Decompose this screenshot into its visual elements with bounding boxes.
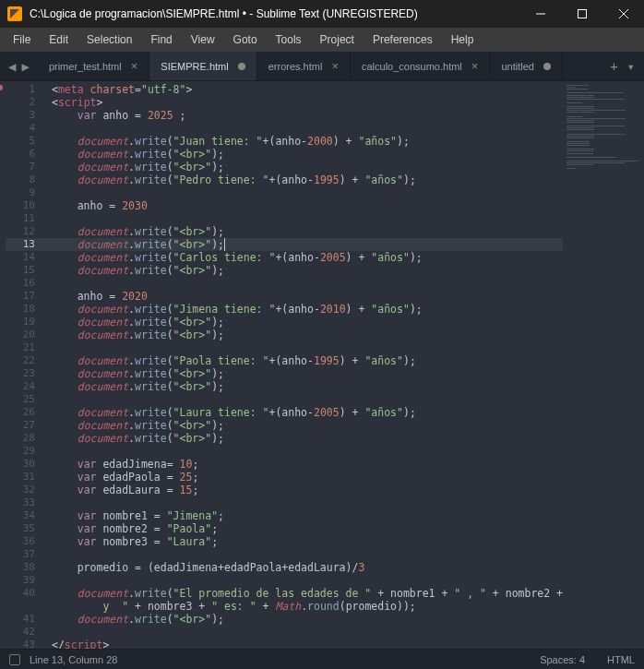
code-line[interactable]: var edadPaola = 25; (52, 471, 563, 484)
code-line[interactable]: document.write("<br>"); (52, 161, 563, 173)
tab[interactable]: primer_test.html× (38, 52, 149, 80)
line-number[interactable]: 19 (6, 316, 52, 329)
maximize-button[interactable] (561, 0, 602, 28)
menu-item-tools[interactable]: Tools (267, 30, 311, 50)
line-number[interactable]: 38 (6, 561, 52, 574)
line-number[interactable]: 25 (6, 393, 52, 406)
line-number[interactable]: 27 (6, 419, 52, 432)
line-number[interactable]: 29 (6, 445, 52, 458)
menu-item-help[interactable]: Help (442, 30, 483, 50)
line-number[interactable]: 33 (6, 496, 52, 509)
code-line[interactable]: </script> (52, 639, 563, 649)
line-number[interactable]: 36 (6, 535, 52, 548)
syntax-mode[interactable]: HTML (607, 654, 635, 665)
line-number[interactable]: 41 (6, 613, 52, 626)
code-line[interactable]: <meta charset="utf-8"> (52, 83, 563, 96)
line-number[interactable]: 5 (6, 135, 52, 148)
tab[interactable]: errores.html× (257, 52, 351, 80)
line-number[interactable]: 35 (6, 522, 52, 535)
line-number[interactable]: 8 (6, 173, 52, 186)
code-line[interactable] (52, 212, 563, 225)
close-button[interactable] (602, 0, 644, 28)
code-line[interactable]: anho = 2020 (52, 290, 563, 303)
line-number[interactable]: 40 (6, 587, 52, 600)
code-line[interactable]: var anho = 2025 ; (52, 109, 563, 122)
line-number[interactable]: 4 (6, 122, 52, 135)
line-number[interactable]: 7 (6, 161, 52, 173)
code-line[interactable] (52, 393, 563, 406)
line-number[interactable]: 2 (6, 96, 52, 109)
code-line[interactable]: document.write("<br>"); (52, 225, 563, 238)
line-number[interactable]: 1 (6, 83, 52, 96)
code-line[interactable] (52, 496, 563, 509)
line-number[interactable]: 18 (6, 303, 52, 316)
tab[interactable]: SIEMPRE.html (149, 52, 256, 80)
line-number[interactable]: 22 (6, 354, 52, 367)
code-line[interactable]: document.write("Juan tiene: "+(anho-2000… (52, 135, 563, 148)
menu-item-find[interactable]: Find (141, 30, 181, 50)
code-line[interactable]: document.write("<br>"); (52, 148, 563, 161)
minimize-button[interactable] (519, 0, 561, 28)
code-line[interactable] (52, 277, 563, 290)
line-number[interactable]: 34 (6, 509, 52, 522)
code-line[interactable]: document.write("<br>"); (52, 264, 563, 277)
code-line[interactable]: anho = 2030 (52, 199, 563, 212)
line-number[interactable]: 24 (6, 380, 52, 393)
code-line[interactable] (52, 626, 563, 639)
code-line[interactable]: document.write("Paola tiene: "+(anho-199… (52, 354, 563, 367)
code-line[interactable]: document.write("<br>"); (52, 367, 563, 380)
menu-item-selection[interactable]: Selection (78, 30, 141, 50)
line-number[interactable]: 3 (6, 109, 52, 122)
line-number[interactable] (6, 600, 52, 613)
tab-close-icon[interactable]: × (331, 59, 339, 73)
line-number[interactable]: 43 (6, 639, 52, 649)
tab-history-nav[interactable]: ◀▶ (0, 52, 38, 80)
code-line[interactable] (52, 122, 563, 135)
line-number-gutter[interactable]: 1234567891011121314151617181920212223242… (6, 81, 52, 649)
code-line[interactable]: y " + nombre3 + " es: " + Math.round(pro… (52, 600, 563, 613)
tab[interactable]: calculo_consumo.html× (351, 52, 490, 80)
line-number[interactable]: 30 (6, 458, 52, 471)
line-number[interactable]: 42 (6, 626, 52, 639)
tab[interactable]: untitled (490, 52, 562, 80)
line-number[interactable]: 32 (6, 484, 52, 496)
code-line[interactable]: document.write("<br>"); (52, 238, 563, 251)
tab-close-icon[interactable]: × (471, 59, 479, 73)
minimap[interactable] (563, 81, 644, 649)
line-number[interactable]: 21 (6, 341, 52, 354)
line-number[interactable]: 15 (6, 264, 52, 277)
line-number[interactable]: 13 (6, 238, 52, 251)
line-number[interactable]: 39 (6, 574, 52, 587)
code-line[interactable]: document.write("Pedro tiene: "+(anho-199… (52, 173, 563, 186)
line-number[interactable]: 14 (6, 251, 52, 264)
code-line[interactable]: document.write("<br>"); (52, 419, 563, 432)
menu-item-project[interactable]: Project (311, 30, 364, 50)
code-line[interactable]: document.write("<br>"); (52, 329, 563, 341)
menu-item-edit[interactable]: Edit (40, 30, 78, 50)
code-content[interactable]: <meta charset="utf-8"><script> var anho … (52, 81, 563, 649)
line-number[interactable]: 9 (6, 186, 52, 199)
panel-toggle-icon[interactable] (9, 654, 20, 665)
line-number[interactable]: 10 (6, 199, 52, 212)
menu-item-goto[interactable]: Goto (224, 30, 267, 50)
menu-item-file[interactable]: File (4, 30, 40, 50)
line-number[interactable]: 17 (6, 290, 52, 303)
code-line[interactable] (52, 341, 563, 354)
code-line[interactable]: document.write("<br>"); (52, 316, 563, 329)
line-number[interactable]: 12 (6, 225, 52, 238)
code-line[interactable]: var edadLaura = 15; (52, 484, 563, 496)
line-number[interactable]: 11 (6, 212, 52, 225)
menu-item-view[interactable]: View (182, 30, 224, 50)
tab-close-icon[interactable]: × (131, 59, 138, 73)
code-line[interactable]: document.write("Jimena tiene: "+(anho-20… (52, 303, 563, 316)
code-line[interactable]: <script> (52, 96, 563, 109)
line-number[interactable]: 20 (6, 329, 52, 341)
indent-setting[interactable]: Spaces: 4 (540, 654, 585, 665)
menu-item-preferences[interactable]: Preferences (364, 30, 442, 50)
code-line[interactable]: document.write("<br>"); (52, 613, 563, 626)
code-line[interactable]: document.write("<br>"); (52, 432, 563, 445)
code-line[interactable] (52, 445, 563, 458)
code-line[interactable]: document.write("Laura tiene: "+(anho-200… (52, 406, 563, 419)
line-number[interactable]: 28 (6, 432, 52, 445)
code-line[interactable]: promedio = (edadJimena+edadPaola+edadLau… (52, 561, 563, 574)
